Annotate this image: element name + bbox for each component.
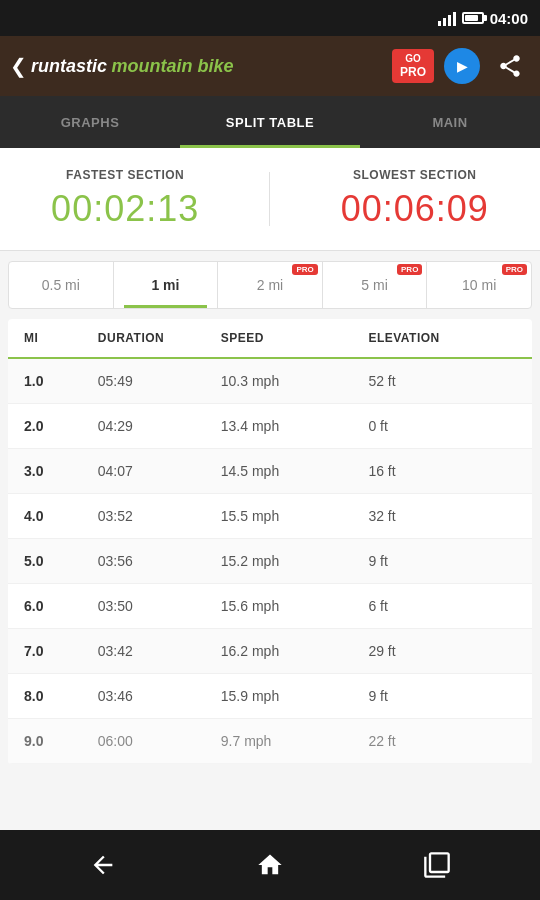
cell-elevation: 22 ft bbox=[368, 733, 516, 749]
cell-elevation: 9 ft bbox=[368, 553, 516, 569]
share-icon bbox=[497, 53, 523, 79]
cell-mi: 1.0 bbox=[24, 373, 98, 389]
mile-option-10[interactable]: PRO 10 mi bbox=[427, 262, 531, 308]
cell-duration: 06:00 bbox=[98, 733, 221, 749]
data-table: MI DURATION SPEED ELEVATION 1.0 05:49 10… bbox=[8, 319, 532, 764]
cell-elevation: 29 ft bbox=[368, 643, 516, 659]
signal-icon bbox=[438, 10, 456, 26]
logo-runtastic: runtastic bbox=[31, 56, 107, 77]
section-divider bbox=[269, 172, 270, 226]
mile-selector: 0.5 mi 1 mi PRO 2 mi PRO 5 mi PRO 10 mi bbox=[8, 261, 532, 309]
cell-mi: 3.0 bbox=[24, 463, 98, 479]
mile-option-1[interactable]: 1 mi bbox=[114, 262, 219, 308]
cell-elevation: 0 ft bbox=[368, 418, 516, 434]
col-header-duration: DURATION bbox=[98, 331, 221, 345]
logo-mountain: mountain bike bbox=[111, 56, 233, 77]
table-row: 6.0 03:50 15.6 mph 6 ft bbox=[8, 584, 532, 629]
pro-badge-5mi: PRO bbox=[397, 264, 422, 275]
table-body: 1.0 05:49 10.3 mph 52 ft 2.0 04:29 13.4 … bbox=[8, 359, 532, 764]
cell-duration: 03:56 bbox=[98, 553, 221, 569]
mile-option-0.5[interactable]: 0.5 mi bbox=[9, 262, 114, 308]
go-pro-button[interactable]: GO PRO bbox=[392, 49, 434, 83]
share-button[interactable] bbox=[490, 46, 530, 86]
slowest-time: 00:06:09 bbox=[341, 188, 489, 230]
cell-mi: 7.0 bbox=[24, 643, 98, 659]
table-row: 7.0 03:42 16.2 mph 29 ft bbox=[8, 629, 532, 674]
back-button[interactable] bbox=[78, 840, 128, 890]
table-row: 8.0 03:46 15.9 mph 9 ft bbox=[8, 674, 532, 719]
battery-icon bbox=[462, 12, 484, 24]
cell-mi: 6.0 bbox=[24, 598, 98, 614]
col-header-elevation: ELEVATION bbox=[368, 331, 516, 345]
table-row: 5.0 03:56 15.2 mph 9 ft bbox=[8, 539, 532, 584]
tab-split-table[interactable]: SPLIT TABLE bbox=[180, 96, 360, 148]
cell-speed: 14.5 mph bbox=[221, 463, 369, 479]
col-header-speed: SPEED bbox=[221, 331, 369, 345]
status-bar: 04:00 bbox=[0, 0, 540, 36]
fastest-label: FASTEST SECTION bbox=[51, 168, 199, 182]
table-row: 3.0 04:07 14.5 mph 16 ft bbox=[8, 449, 532, 494]
cell-speed: 16.2 mph bbox=[221, 643, 369, 659]
runtastic-logo-button[interactable] bbox=[442, 46, 482, 86]
slowest-section-card: SLOWEST SECTION 00:06:09 bbox=[341, 168, 489, 230]
table-row: 1.0 05:49 10.3 mph 52 ft bbox=[8, 359, 532, 404]
cell-speed: 15.2 mph bbox=[221, 553, 369, 569]
tab-graphs[interactable]: GRAPHS bbox=[0, 96, 180, 148]
cell-speed: 10.3 mph bbox=[221, 373, 369, 389]
pro-badge-10mi: PRO bbox=[502, 264, 527, 275]
cell-elevation: 32 ft bbox=[368, 508, 516, 524]
cell-duration: 03:46 bbox=[98, 688, 221, 704]
mile-option-2[interactable]: PRO 2 mi bbox=[218, 262, 323, 308]
cell-duration: 03:50 bbox=[98, 598, 221, 614]
cell-mi: 4.0 bbox=[24, 508, 98, 524]
pro-badge-2mi: PRO bbox=[292, 264, 317, 275]
cell-mi: 9.0 bbox=[24, 733, 98, 749]
cell-elevation: 52 ft bbox=[368, 373, 516, 389]
app-bar: ❮ runtastic mountain bike GO PRO bbox=[0, 36, 540, 96]
cell-elevation: 9 ft bbox=[368, 688, 516, 704]
table-row: 2.0 04:29 13.4 mph 0 ft bbox=[8, 404, 532, 449]
table-row: 4.0 03:52 15.5 mph 32 ft bbox=[8, 494, 532, 539]
tab-bar: GRAPHS SPLIT TABLE MAIN bbox=[0, 96, 540, 148]
cell-mi: 8.0 bbox=[24, 688, 98, 704]
status-icons: 04:00 bbox=[438, 10, 528, 27]
tab-main[interactable]: MAIN bbox=[360, 96, 540, 148]
recents-button[interactable] bbox=[412, 840, 462, 890]
cell-duration: 04:07 bbox=[98, 463, 221, 479]
back-chevron: ❮ bbox=[10, 54, 27, 78]
cell-mi: 2.0 bbox=[24, 418, 98, 434]
mile-option-5[interactable]: PRO 5 mi bbox=[323, 262, 428, 308]
cell-speed: 15.9 mph bbox=[221, 688, 369, 704]
cell-elevation: 16 ft bbox=[368, 463, 516, 479]
fastest-section-card: FASTEST SECTION 00:02:13 bbox=[51, 168, 199, 230]
col-header-mi: MI bbox=[24, 331, 98, 345]
bottom-nav bbox=[0, 830, 540, 900]
logo-area: ❮ runtastic mountain bike bbox=[10, 54, 384, 78]
cell-duration: 03:42 bbox=[98, 643, 221, 659]
cell-mi: 5.0 bbox=[24, 553, 98, 569]
status-time: 04:00 bbox=[490, 10, 528, 27]
table-row: 9.0 06:00 9.7 mph 22 ft bbox=[8, 719, 532, 764]
cell-duration: 03:52 bbox=[98, 508, 221, 524]
cell-speed: 9.7 mph bbox=[221, 733, 369, 749]
cell-speed: 15.5 mph bbox=[221, 508, 369, 524]
cell-elevation: 6 ft bbox=[368, 598, 516, 614]
main-content: FASTEST SECTION 00:02:13 SLOWEST SECTION… bbox=[0, 148, 540, 830]
cell-duration: 05:49 bbox=[98, 373, 221, 389]
table-header: MI DURATION SPEED ELEVATION bbox=[8, 319, 532, 359]
cell-speed: 15.6 mph bbox=[221, 598, 369, 614]
fastest-time: 00:02:13 bbox=[51, 188, 199, 230]
slowest-label: SLOWEST SECTION bbox=[341, 168, 489, 182]
cell-speed: 13.4 mph bbox=[221, 418, 369, 434]
cell-duration: 04:29 bbox=[98, 418, 221, 434]
home-button[interactable] bbox=[245, 840, 295, 890]
section-cards: FASTEST SECTION 00:02:13 SLOWEST SECTION… bbox=[0, 148, 540, 251]
runtastic-logo-circle bbox=[444, 48, 480, 84]
